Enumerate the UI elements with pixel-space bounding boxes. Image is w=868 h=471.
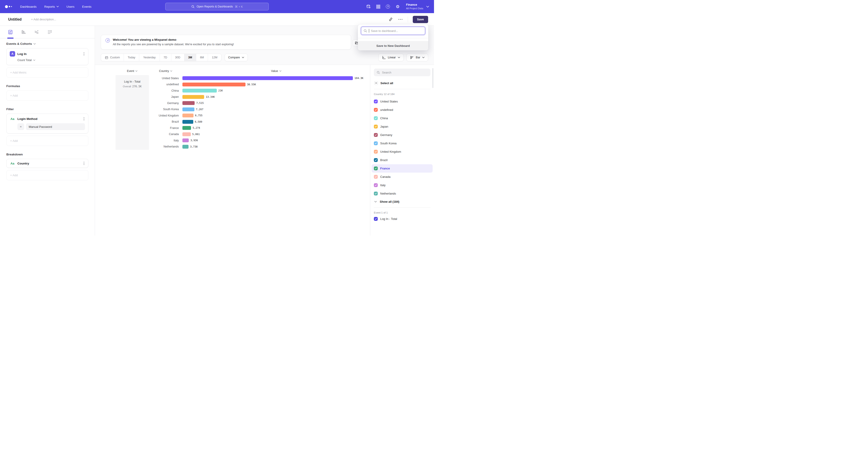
bar[interactable] — [182, 95, 204, 99]
country-checkbox[interactable] — [374, 133, 378, 137]
date-range-option[interactable]: 7D — [160, 54, 171, 61]
bar[interactable] — [182, 133, 191, 136]
tab-insights[interactable] — [6, 26, 14, 38]
bar[interactable] — [182, 114, 193, 117]
column-header-country[interactable]: Country — [149, 69, 182, 72]
bar[interactable] — [182, 108, 194, 111]
settings-gear-icon[interactable]: ⚙ — [395, 4, 400, 9]
bar[interactable] — [182, 76, 353, 80]
date-range-option[interactable]: Yesterday — [139, 54, 160, 61]
country-checkbox[interactable] — [374, 158, 378, 162]
global-search[interactable]: Open Reports & Dashboards ⌘ + K — [165, 3, 269, 10]
add-metric-button[interactable]: + Add Metric — [6, 67, 88, 78]
date-range-option[interactable]: 3M — [184, 54, 196, 61]
country-checkbox[interactable] — [374, 141, 378, 145]
help-icon[interactable]: ? — [385, 4, 390, 9]
add-formula-button[interactable]: + Add — [6, 90, 88, 101]
compare-button[interactable]: Compare — [225, 54, 248, 61]
filter-property-name[interactable]: Login Method — [18, 117, 37, 121]
bar[interactable] — [182, 126, 191, 130]
bar[interactable] — [182, 145, 188, 149]
report-title[interactable]: Untitled — [8, 18, 22, 22]
nav-item[interactable]: Dashboards — [20, 5, 37, 8]
data-management-icon[interactable] — [366, 4, 371, 9]
search-icon — [377, 71, 380, 74]
chevron-down-icon — [426, 6, 429, 7]
add-breakdown-button[interactable]: + Add — [6, 170, 88, 180]
metric-event-name[interactable]: Log In — [18, 52, 27, 56]
select-all-row[interactable]: Select all — [374, 81, 430, 85]
country-checkbox[interactable] — [374, 108, 378, 112]
nav-item[interactable]: Events — [82, 5, 91, 8]
legend-country-row[interactable]: Japan — [372, 122, 433, 131]
column-header-value[interactable]: Value — [182, 69, 370, 72]
tab-flows[interactable] — [33, 26, 41, 38]
column-header-event[interactable]: Event — [116, 69, 149, 72]
mixpanel-logo[interactable] — [5, 5, 12, 8]
legend-country-row[interactable]: Italy — [372, 181, 433, 189]
copy-link-icon[interactable] — [388, 17, 393, 22]
country-checkbox[interactable] — [374, 192, 378, 196]
legend-country-row[interactable]: United Kingdom — [372, 147, 433, 156]
legend-country-row[interactable]: United States — [372, 97, 433, 106]
apps-grid-icon[interactable] — [376, 4, 380, 9]
country-checkbox[interactable] — [374, 99, 378, 104]
save-to-new-dashboard-button[interactable]: Save to New Dashboard — [358, 41, 428, 51]
country-checkbox[interactable] — [374, 150, 378, 154]
bar[interactable] — [182, 101, 195, 105]
bar[interactable] — [182, 83, 246, 86]
project-selector[interactable]: Finance All Project Data — [406, 3, 429, 10]
kebab-menu-icon[interactable] — [83, 161, 85, 166]
legend-country-row[interactable]: South Korea — [372, 139, 433, 147]
scale-selector-button[interactable]: Linear — [378, 54, 404, 61]
bar-chart-area: Event Country Value Log In - Total — [95, 65, 370, 235]
save-button[interactable]: Save — [413, 16, 428, 23]
country-checkbox[interactable] — [374, 183, 378, 187]
breakdown-property-name[interactable]: Country — [18, 162, 29, 165]
kebab-menu-icon[interactable] — [83, 117, 85, 121]
aggregation-dropdown[interactable]: Count Total — [18, 59, 85, 62]
date-range-option[interactable]: 30D — [171, 54, 184, 61]
country-checkbox[interactable] — [374, 175, 378, 179]
legend-country-row[interactable]: France — [372, 164, 433, 173]
tab-retention[interactable] — [46, 26, 54, 38]
add-filter-button[interactable]: + Add — [6, 136, 88, 146]
show-all-toggle[interactable]: Show all (184) — [374, 200, 430, 203]
legend-country-row[interactable]: Netherlands — [372, 189, 433, 198]
date-range-option[interactable]: Custom — [101, 54, 124, 61]
country-checkbox[interactable] — [374, 116, 378, 120]
filter-operator[interactable]: = — [18, 123, 24, 130]
country-checkbox[interactable] — [374, 125, 378, 128]
legend-country-row[interactable]: undefined — [372, 106, 433, 114]
add-description-field[interactable]: + Add description... — [31, 18, 56, 21]
legend-event-row[interactable]: Log In - Total — [374, 217, 430, 221]
tab-funnels[interactable] — [20, 26, 28, 38]
legend-country-row[interactable]: Germany — [372, 131, 433, 139]
select-all-checkbox[interactable] — [374, 81, 378, 85]
kebab-menu-icon[interactable] — [83, 52, 85, 56]
legend-country-row[interactable]: China — [372, 114, 433, 122]
more-options-icon[interactable] — [398, 17, 403, 22]
date-range-option[interactable]: 12M — [208, 54, 221, 61]
date-range-option[interactable]: 6M — [196, 54, 208, 61]
filter-value[interactable]: Manual Password — [26, 123, 85, 130]
check-icon — [375, 100, 377, 103]
nav-item[interactable]: Users — [66, 5, 74, 8]
date-range-option[interactable]: Today — [124, 54, 139, 61]
chart-type-button[interactable]: Bar — [406, 54, 428, 61]
legend-country-row[interactable]: Brazil — [372, 156, 433, 164]
metric-card[interactable]: A Log In Count Total — [6, 48, 88, 65]
nav-item[interactable]: Reports — [44, 5, 59, 8]
save-dashboard-search-input[interactable]: Save to dashboard... — [361, 27, 425, 35]
breakdown-card[interactable]: Aa Country — [6, 159, 88, 168]
bar[interactable] — [182, 120, 193, 124]
events-cohorts-header[interactable]: Events & Cohorts — [6, 42, 88, 46]
bar[interactable] — [182, 139, 189, 142]
filter-card[interactable]: Aa Login Method = Manual Password — [6, 114, 88, 134]
legend-country-row[interactable]: Canada — [372, 173, 433, 181]
event-checkbox[interactable] — [374, 217, 378, 221]
scrollbar-thumb[interactable] — [432, 68, 433, 88]
legend-search-input[interactable]: Search — [374, 68, 430, 76]
bar[interactable] — [182, 89, 217, 92]
country-checkbox[interactable] — [374, 167, 378, 170]
